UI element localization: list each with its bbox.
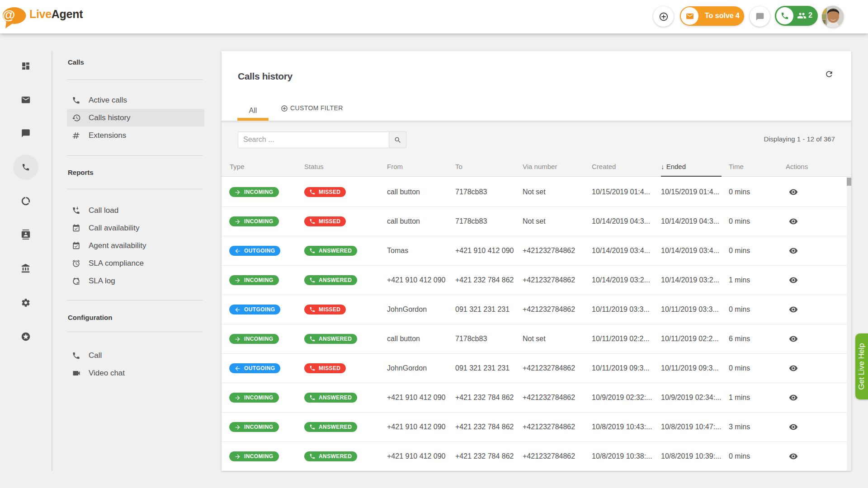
svg-text:@: @ <box>3 8 15 22</box>
